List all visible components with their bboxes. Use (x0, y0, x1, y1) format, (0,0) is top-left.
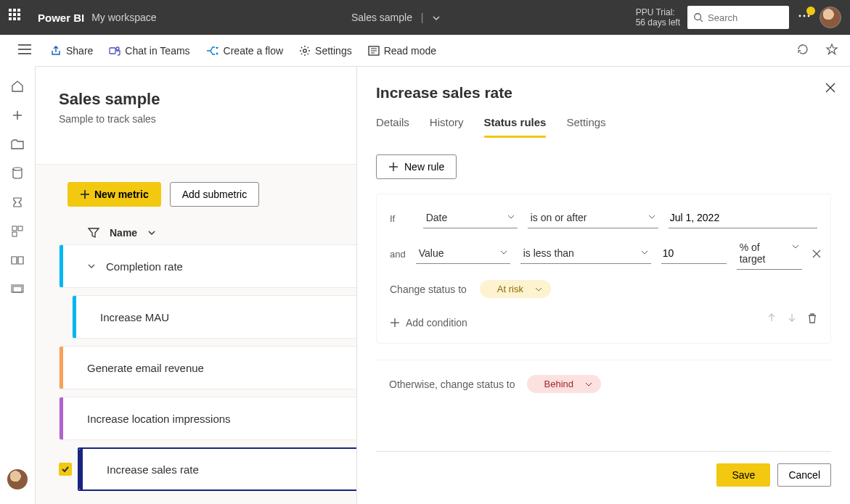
trial-line1: PPU Trial: (636, 7, 680, 17)
move-up-button[interactable] (767, 313, 777, 327)
share-button[interactable]: Share (50, 45, 93, 57)
left-nav-rail (0, 67, 36, 504)
add-condition-label: Add condition (406, 317, 467, 329)
workspace-name[interactable]: My workspace (91, 12, 156, 23)
chat-teams-button[interactable]: Chat in Teams (109, 45, 189, 57)
report-title[interactable]: Sales sample (351, 12, 412, 23)
chevron-down-icon (585, 381, 592, 388)
column-name-header[interactable]: Name (110, 227, 137, 239)
apps-icon[interactable] (11, 225, 24, 238)
svg-rect-18 (12, 226, 17, 231)
tab-status-rules[interactable]: Status rules (484, 116, 547, 138)
unit-dropdown[interactable]: % of target (737, 239, 802, 270)
chevron-down-icon (535, 286, 542, 293)
chevron-down-icon (792, 243, 799, 250)
brand-name: Power BI (38, 12, 84, 24)
trial-line2: 56 days left (636, 17, 680, 28)
date-input[interactable] (669, 209, 817, 228)
refresh-icon (796, 43, 809, 56)
chevron-down-icon (507, 213, 515, 220)
status-dropdown-behind[interactable]: Behind (527, 375, 601, 393)
learn-icon[interactable] (11, 254, 24, 267)
browse-icon[interactable] (11, 138, 24, 151)
share-label: Share (66, 45, 93, 57)
new-metric-button[interactable]: New metric (68, 182, 161, 207)
add-condition-button[interactable]: Add condition (390, 317, 467, 329)
operator-dropdown-onafter[interactable]: is on or after (528, 209, 658, 228)
chevron-down-icon (648, 213, 655, 220)
header-title-area: Sales sample | (157, 12, 636, 23)
search-input[interactable] (708, 12, 783, 23)
flow-icon (206, 46, 219, 56)
settings-button[interactable]: Settings (299, 45, 352, 57)
refresh-button[interactable] (796, 43, 809, 58)
chevron-down-icon[interactable] (432, 14, 441, 22)
more-options-button[interactable] (798, 9, 811, 25)
value-input[interactable] (661, 244, 727, 264)
user-avatar[interactable] (820, 7, 841, 28)
plus-icon[interactable] (11, 109, 24, 122)
otherwise-label: Otherwise, change status to (389, 379, 515, 390)
new-rule-button[interactable]: New rule (376, 154, 457, 179)
app-launcher-icon[interactable] (9, 9, 26, 26)
favorite-button[interactable] (825, 43, 838, 58)
svg-point-3 (804, 15, 806, 17)
rule-actions (767, 313, 817, 327)
svg-rect-20 (12, 232, 17, 236)
goals-icon[interactable] (11, 196, 24, 209)
search-box[interactable] (687, 6, 789, 29)
workspace-avatar[interactable] (7, 469, 28, 489)
chevron-down-icon[interactable] (87, 262, 96, 270)
svg-point-2 (799, 15, 801, 17)
home-icon[interactable] (11, 80, 24, 93)
trial-info[interactable]: PPU Trial: 56 days left (636, 7, 680, 28)
panel-footer: Save Cancel (376, 451, 831, 487)
filter-icon[interactable] (88, 227, 99, 239)
status-dropdown-atrisk[interactable]: At risk (480, 280, 551, 298)
metric-name: Increase sales rate (107, 463, 199, 476)
hamburger-icon[interactable] (18, 44, 31, 57)
field-dropdown-value[interactable]: Value (416, 244, 510, 264)
svg-rect-8 (110, 48, 115, 54)
flow-label: Create a flow (224, 45, 283, 57)
tab-details[interactable]: Details (376, 116, 409, 138)
metric-name: Generate email revenue (87, 362, 204, 374)
panel-title: Increase sales rate (376, 84, 831, 102)
condition-row-1: If Date is on or after (390, 209, 817, 228)
workspaces-icon[interactable] (11, 283, 24, 296)
condition-row-2: and Value is less than % of target (390, 239, 817, 270)
move-down-button[interactable] (787, 313, 797, 327)
cancel-button[interactable]: Cancel (777, 463, 831, 487)
delete-rule-button[interactable] (807, 313, 817, 327)
star-icon (825, 43, 838, 56)
if-label: If (390, 213, 413, 224)
remove-condition-button[interactable] (812, 248, 821, 261)
check-icon (61, 465, 70, 474)
save-button[interactable]: Save (716, 463, 770, 487)
teams-icon (109, 45, 120, 57)
title-separator: | (421, 12, 424, 23)
tab-settings[interactable]: Settings (566, 116, 605, 138)
field-dropdown-date[interactable]: Date (423, 209, 518, 228)
read-label: Read mode (384, 45, 436, 57)
tab-history[interactable]: History (430, 116, 464, 138)
read-mode-button[interactable]: Read mode (368, 45, 436, 57)
close-button[interactable] (825, 83, 835, 96)
overview-title: Sales sample Sample to track sales (59, 90, 160, 125)
svg-point-10 (303, 49, 306, 51)
svg-point-4 (808, 15, 810, 17)
main-content: Sales sample Sample to track sales 5 Met… (36, 67, 850, 504)
add-submetric-button[interactable]: Add submetric (170, 182, 259, 207)
settings-label: Settings (315, 45, 352, 57)
toolbar: Share Chat in Teams Create a flow Settin… (36, 35, 850, 67)
svg-rect-22 (13, 286, 22, 292)
share-icon (50, 45, 62, 57)
row-checkbox[interactable] (59, 463, 72, 476)
operator-dropdown-lessthan[interactable]: is less than (520, 244, 651, 264)
chevron-down-icon[interactable] (147, 228, 156, 237)
svg-point-0 (695, 14, 701, 20)
create-flow-button[interactable]: Create a flow (206, 45, 283, 57)
metric-name: Completion rate (106, 260, 183, 273)
data-icon[interactable] (11, 167, 24, 180)
rule-box: If Date is on or after and Value is less… (376, 194, 831, 344)
